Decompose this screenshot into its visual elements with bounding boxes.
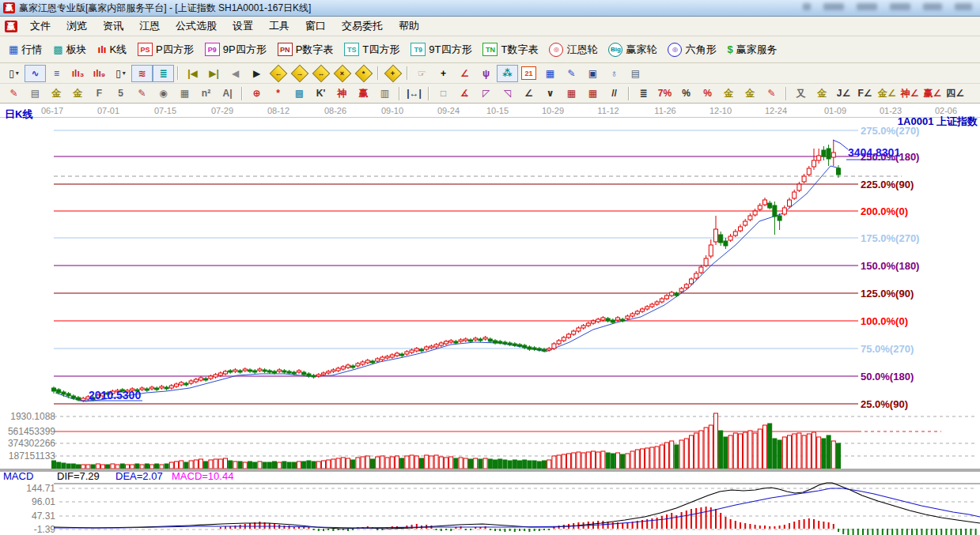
menu-tools[interactable]: 工具 bbox=[261, 17, 297, 35]
f-grid-button[interactable]: F bbox=[89, 85, 110, 102]
save-button[interactable]: ▣ bbox=[582, 65, 604, 82]
a-line-button[interactable]: A| bbox=[217, 85, 238, 102]
red-pattern-button[interactable]: ≋ bbox=[131, 65, 153, 82]
cup-tool-button[interactable]: 又 bbox=[790, 85, 812, 102]
pen2-tool-button[interactable]: ✎ bbox=[131, 85, 153, 102]
last-page-button[interactable]: ▶| bbox=[203, 65, 225, 82]
menu-help[interactable]: 帮助 bbox=[391, 17, 427, 35]
parallel-lines-button[interactable]: // bbox=[604, 85, 625, 102]
grid-tool-button[interactable]: ▤ bbox=[25, 85, 46, 102]
wave-tool-button[interactable]: ψ bbox=[475, 65, 497, 82]
four-angle-button[interactable]: 四∠ bbox=[944, 85, 967, 102]
hexagon-button[interactable]: ◎六角形 bbox=[662, 41, 721, 58]
zoom-h-button[interactable]: ↔ bbox=[310, 65, 331, 82]
prev-button[interactable]: ◀ bbox=[225, 65, 246, 82]
chart-canvas[interactable]: 06-1707-0107-1507-2908-1208-2609-1009-24… bbox=[0, 104, 980, 535]
calculator-button[interactable]: ▦ bbox=[539, 65, 561, 82]
menu-trade[interactable]: 交易委托 bbox=[334, 17, 391, 35]
report-button[interactable]: ✎ bbox=[561, 65, 582, 82]
notes-button[interactable]: ≡ bbox=[46, 65, 67, 82]
gold-circle-button[interactable]: 金 bbox=[718, 85, 740, 102]
ruler-grid-button[interactable]: ▥ bbox=[374, 85, 395, 102]
histogram-button[interactable]: ≣ bbox=[153, 65, 174, 82]
crosshair-button-icon: + bbox=[441, 68, 446, 79]
percent-slash-button[interactable]: 7% bbox=[654, 85, 675, 102]
shen-grid-button[interactable]: 神 bbox=[331, 85, 353, 102]
spiral5-button[interactable]: 5 bbox=[110, 85, 131, 102]
gann-wheel-button-label: 江恩轮 bbox=[566, 43, 597, 57]
next-button[interactable]: ▶ bbox=[246, 65, 267, 82]
percent-button[interactable]: % bbox=[675, 85, 697, 102]
rect-tool-button[interactable]: □ bbox=[433, 85, 454, 102]
crosshair-button[interactable]: + bbox=[433, 65, 454, 82]
gold-grid1-button[interactable]: 金 bbox=[46, 85, 67, 102]
winner-wheel-button[interactable]: Big赢家轮 bbox=[603, 41, 662, 58]
angle-tool-button[interactable]: ∠ bbox=[454, 65, 475, 82]
9p-square-button[interactable]: P99P四方形 bbox=[199, 41, 272, 58]
quotes-button[interactable]: ▦行情 bbox=[3, 41, 47, 58]
menu-gann[interactable]: 江恩 bbox=[131, 17, 168, 35]
gold-grid2-button[interactable]: 金 bbox=[67, 85, 89, 102]
menu-file[interactable]: 文件 bbox=[22, 17, 59, 35]
box-lines-button[interactable]: ◹ bbox=[497, 85, 518, 102]
win-grid-button[interactable]: 赢 bbox=[353, 85, 374, 102]
gold-line-button[interactable]: 金 bbox=[740, 85, 761, 102]
print-button[interactable]: ▤ bbox=[625, 65, 646, 82]
column-list-button[interactable]: ≣ bbox=[633, 85, 654, 102]
zoom-in-button[interactable]: * bbox=[353, 65, 374, 82]
j-angle-button[interactable]: J∠ bbox=[833, 85, 854, 102]
pen-a-button[interactable]: ✎ bbox=[761, 85, 782, 102]
hand-tool-button[interactable]: ☞ bbox=[411, 65, 433, 82]
first-page-button[interactable]: |◀ bbox=[182, 65, 203, 82]
shen-angle-button[interactable]: 神∠ bbox=[899, 85, 921, 102]
sectors-button[interactable]: ▩板块 bbox=[47, 41, 92, 58]
shift-left-button[interactable]: ← bbox=[267, 65, 289, 82]
circle-spiral-button[interactable]: ◉ bbox=[153, 85, 174, 102]
t-square-button[interactable]: TST四方形 bbox=[339, 41, 405, 58]
chart-area[interactable]: 06-1707-0107-1507-2908-1208-2609-1009-24… bbox=[0, 104, 980, 535]
pen-tool-button[interactable]: ✎ bbox=[3, 85, 25, 102]
zoom-out-button[interactable]: × bbox=[331, 65, 353, 82]
winner-service-button[interactable]: $赢家服务 bbox=[721, 41, 782, 58]
f-angle-button[interactable]: F∠ bbox=[854, 85, 876, 102]
red-grid2-button[interactable]: ▦ bbox=[582, 85, 604, 102]
menu-formula-picker[interactable]: 公式选股 bbox=[168, 17, 225, 35]
candle-style-button[interactable]: ▯▾ bbox=[110, 65, 131, 82]
bars-3-button[interactable]: ılı₃ bbox=[67, 65, 89, 82]
teal-pattern-button[interactable]: ⁂ bbox=[497, 65, 518, 82]
win-angle-button[interactable]: 赢∠ bbox=[921, 85, 944, 102]
menu-window[interactable]: 窗口 bbox=[297, 17, 334, 35]
width-measure-button[interactable]: |↔| bbox=[403, 85, 425, 102]
star-web-button[interactable]: * bbox=[267, 85, 289, 102]
calendar-button[interactable]: 21 bbox=[518, 65, 539, 82]
export-button[interactable]: ♁ bbox=[604, 65, 625, 82]
arrow-lines-button[interactable]: ∠ bbox=[518, 85, 539, 102]
menu-browse[interactable]: 浏览 bbox=[59, 17, 95, 35]
gann-wheel-button[interactable]: ◎江恩轮 bbox=[543, 41, 603, 58]
menu-settings[interactable]: 设置 bbox=[225, 17, 261, 35]
circle-cross-button[interactable]: ⊕ bbox=[246, 85, 267, 102]
gold-angle-button[interactable]: 金∠ bbox=[876, 85, 899, 102]
percent-line-button[interactable]: % bbox=[697, 85, 718, 102]
dense-grid-button[interactable]: ▦ bbox=[174, 85, 195, 102]
red-grid1-button[interactable]: ▦ bbox=[561, 85, 582, 102]
gold-underline-button[interactable]: 金 bbox=[812, 85, 833, 102]
k-mark-button[interactable]: K' bbox=[310, 85, 331, 102]
shift-right-button[interactable]: → bbox=[289, 65, 310, 82]
fan-box-button[interactable]: ◸ bbox=[475, 85, 497, 102]
web-grid-button[interactable]: ▩ bbox=[289, 85, 310, 102]
wave-v-button[interactable]: ∨ bbox=[539, 85, 561, 102]
p-square-button[interactable]: PSP四方形 bbox=[132, 41, 199, 58]
pattern-overlay-button[interactable]: ∿ bbox=[25, 65, 46, 82]
zoom-all-button[interactable]: + bbox=[382, 65, 403, 82]
bars-9-button[interactable]: ılı₉ bbox=[89, 65, 110, 82]
fan-lines-button[interactable]: ∡ bbox=[454, 85, 475, 102]
menu-news[interactable]: 资讯 bbox=[95, 17, 131, 35]
svg-text:225.0%(90): 225.0%(90) bbox=[861, 179, 914, 190]
9t-square-button[interactable]: T99T四方形 bbox=[405, 41, 477, 58]
p-number-table-button[interactable]: PNP数字表 bbox=[272, 41, 339, 58]
n-square-button[interactable]: n² bbox=[195, 85, 217, 102]
t-number-table-button[interactable]: TNT数字表 bbox=[477, 41, 543, 58]
kline-style-button[interactable]: ▯▾ bbox=[3, 65, 25, 82]
kline-button[interactable]: ılıK线 bbox=[93, 41, 133, 58]
